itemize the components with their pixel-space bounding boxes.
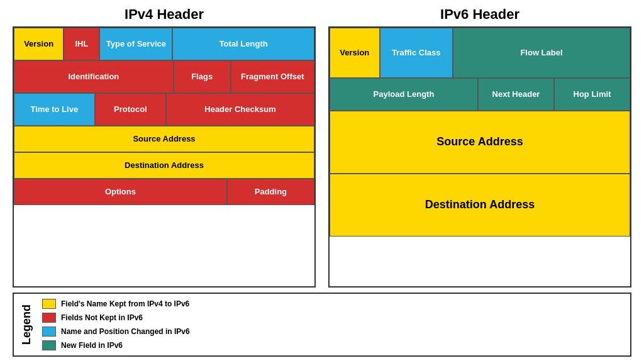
legend-color-box xyxy=(42,299,56,309)
ipv4-grid: VersionIHLType of ServiceTotal LengthIde… xyxy=(13,26,316,288)
grid-cell: Payload Length xyxy=(330,78,478,111)
grid-cell: Destination Address xyxy=(330,174,630,237)
grid-cell: IHL xyxy=(64,28,99,60)
grid-row: VersionIHLType of ServiceTotal Length xyxy=(14,28,314,60)
ipv6-grid: VersionTraffic ClassFlow LabelPayload Le… xyxy=(328,26,631,288)
grid-row: Destination Address xyxy=(14,152,314,179)
legend-item: Field's Name Kept from IPv4 to IPv6 xyxy=(42,299,190,309)
grid-cell: Total Length xyxy=(172,28,314,60)
grid-cell: Padding xyxy=(227,179,314,205)
grid-cell: Flow Label xyxy=(453,28,630,78)
legend-item-label: Fields Not Kept in IPv6 xyxy=(61,313,143,322)
grid-cell: Fragment Offset xyxy=(231,60,314,93)
legend-item-label: Name and Position Changed in IPv6 xyxy=(61,327,190,336)
ipv4-title: IPv4 Header xyxy=(13,6,316,23)
legend-color-box xyxy=(42,340,56,350)
grid-cell: Options xyxy=(14,179,227,205)
grid-cell: Flags xyxy=(174,60,231,93)
grid-row: VersionTraffic ClassFlow Label xyxy=(330,28,630,78)
grid-cell: Next Header xyxy=(478,78,554,111)
ipv6-section: IPv6 Header VersionTraffic ClassFlow Lab… xyxy=(328,6,631,288)
grid-row: IdentificationFlagsFragment Offset xyxy=(14,60,314,93)
legend-item-label: Field's Name Kept from IPv4 to IPv6 xyxy=(61,299,189,308)
grid-cell: Source Address xyxy=(14,126,314,152)
grid-cell: Identification xyxy=(14,60,174,93)
grid-cell: Hop Limit xyxy=(554,78,630,111)
grid-cell: Header Checksum xyxy=(166,93,314,126)
legend-item: Fields Not Kept in IPv6 xyxy=(42,313,190,323)
grid-cell: Traffic Class xyxy=(380,28,453,78)
grid-cell: Type of Service xyxy=(99,28,172,60)
grid-row: Time to LiveProtocolHeader Checksum xyxy=(14,93,314,126)
grid-cell: Source Address xyxy=(330,111,630,174)
grid-cell: Version xyxy=(14,28,64,60)
legend-item: New Field in IPv6 xyxy=(42,340,190,350)
ipv6-title: IPv6 Header xyxy=(328,6,631,23)
legend-title: Legend xyxy=(20,304,33,345)
grid-row: Source Address xyxy=(330,111,630,174)
legend-items: Field's Name Kept from IPv4 to IPv6Field… xyxy=(42,299,190,350)
grid-cell: Version xyxy=(330,28,380,78)
legend-item-label: New Field in IPv6 xyxy=(61,341,123,350)
main-container: IPv4 Header VersionIHLType of ServiceTot… xyxy=(13,6,631,288)
legend-item: Name and Position Changed in IPv6 xyxy=(42,327,190,337)
grid-row: Source Address xyxy=(14,126,314,152)
legend-section: Legend Field's Name Kept from IPv4 to IP… xyxy=(13,293,631,357)
ipv4-section: IPv4 Header VersionIHLType of ServiceTot… xyxy=(13,6,316,288)
grid-cell: Time to Live xyxy=(14,93,95,126)
grid-row: OptionsPadding xyxy=(14,179,314,205)
grid-row: Destination Address xyxy=(330,174,630,237)
grid-cell: Protocol xyxy=(95,93,166,126)
legend-color-box xyxy=(42,313,56,323)
grid-row: Payload LengthNext HeaderHop Limit xyxy=(330,78,630,111)
grid-cell: Destination Address xyxy=(14,152,314,179)
legend-color-box xyxy=(42,327,56,337)
